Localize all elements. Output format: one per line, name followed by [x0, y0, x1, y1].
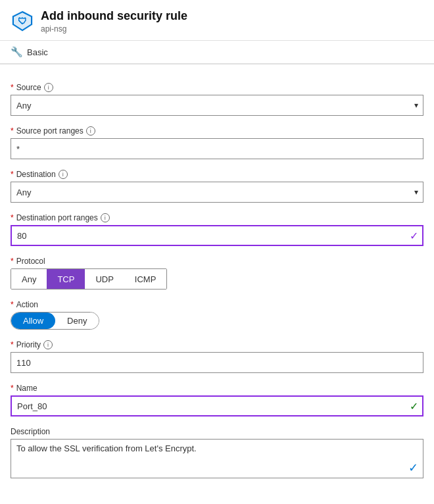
basic-label: Basic: [27, 47, 48, 57]
name-check-icon: ✓: [410, 400, 418, 413]
protocol-option-tcp[interactable]: TCP: [47, 269, 85, 289]
priority-label: * Priority i: [11, 340, 423, 349]
protocol-option-icmp[interactable]: ICMP: [124, 269, 167, 289]
source-port-input[interactable]: [11, 138, 423, 159]
action-option-allow[interactable]: Allow: [11, 313, 55, 329]
description-group: Description To allow the SSL verificatio…: [11, 427, 423, 480]
source-label: * Source i: [11, 83, 423, 92]
priority-info-icon[interactable]: i: [43, 340, 53, 349]
name-label: * Name: [11, 384, 423, 393]
destination-port-input-wrapper: ✓: [11, 225, 423, 246]
destination-port-input[interactable]: [11, 225, 423, 246]
destination-select-wrapper: Any ▾: [11, 182, 423, 203]
name-required: *: [11, 384, 14, 393]
destination-select[interactable]: Any: [11, 182, 423, 203]
name-group: * Name ✓: [11, 384, 423, 416]
panel-subtitle: api-nsg: [41, 24, 187, 34]
destination-port-info-icon[interactable]: i: [101, 213, 110, 222]
source-port-info-icon[interactable]: i: [86, 126, 95, 136]
name-input[interactable]: [11, 395, 423, 416]
action-label: * Action: [11, 300, 423, 309]
protocol-option-any[interactable]: Any: [11, 269, 47, 289]
destination-label: * Destination i: [11, 170, 423, 179]
protocol-group: * Protocol Any TCP UDP ICMP: [11, 257, 423, 290]
source-port-label: * Source port ranges i: [11, 126, 423, 136]
panel-title: Add inbound security rule: [41, 9, 187, 23]
svg-text:🛡: 🛡: [18, 16, 27, 26]
destination-port-check-icon: ✓: [410, 230, 418, 242]
source-group: * Source i Any ▾: [11, 83, 423, 116]
name-input-wrapper: ✓: [11, 395, 423, 416]
description-check-icon: ✓: [408, 461, 418, 475]
protocol-required: *: [11, 257, 14, 266]
destination-info-icon[interactable]: i: [59, 170, 68, 179]
destination-group: * Destination i Any ▾: [11, 170, 423, 203]
priority-input[interactable]: [11, 352, 423, 373]
protocol-label: * Protocol: [11, 257, 423, 266]
action-required: *: [11, 300, 14, 309]
description-label: Description: [11, 427, 423, 436]
description-input[interactable]: To allow the SSL verification from Let's…: [11, 439, 423, 478]
form-body: * Source i Any ▾ * Source port ranges i …: [0, 72, 434, 480]
nsg-icon: 🛡: [11, 9, 34, 33]
priority-group: * Priority i: [11, 340, 423, 373]
source-port-required: *: [11, 126, 14, 136]
source-info-icon[interactable]: i: [44, 83, 53, 92]
panel-header: 🛡 Add inbound security rule api-nsg: [0, 0, 434, 41]
source-port-ranges-group: * Source port ranges i: [11, 126, 423, 159]
protocol-option-udp[interactable]: UDP: [85, 269, 124, 289]
action-group: * Action Allow Deny: [11, 300, 423, 330]
description-wrapper: To allow the SSL verification from Let's…: [11, 439, 423, 480]
destination-required: *: [11, 170, 14, 179]
action-option-deny[interactable]: Deny: [55, 313, 99, 329]
source-required: *: [11, 83, 14, 92]
protocol-toggle-group: Any TCP UDP ICMP: [11, 268, 167, 290]
destination-port-required: *: [11, 213, 14, 222]
action-toggle-group: Allow Deny: [11, 312, 99, 330]
header-text: Add inbound security rule api-nsg: [41, 9, 187, 34]
source-select[interactable]: Any: [11, 95, 423, 116]
basic-section: 🔧 Basic: [0, 41, 434, 64]
priority-required: *: [11, 340, 14, 349]
destination-port-ranges-group: * Destination port ranges i ✓: [11, 213, 423, 246]
wrench-icon: 🔧: [11, 46, 23, 58]
destination-port-label: * Destination port ranges i: [11, 213, 423, 222]
source-select-wrapper: Any ▾: [11, 95, 423, 116]
